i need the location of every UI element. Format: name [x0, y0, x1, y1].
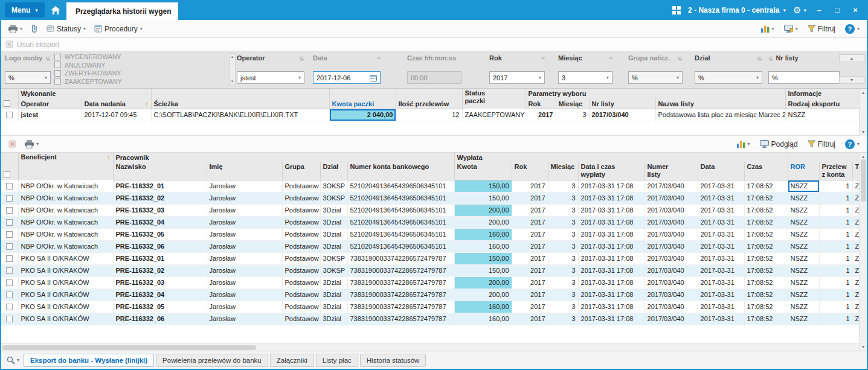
row-checkbox[interactable]: [6, 243, 13, 250]
row-checkbox[interactable]: [6, 112, 13, 118]
calendar-icon[interactable]: [370, 74, 377, 81]
attachments-button[interactable]: [27, 22, 42, 35]
select-all-checkbox[interactable]: [4, 100, 10, 107]
checkbox-icon[interactable]: [54, 54, 61, 60]
checkbox-icon[interactable]: [54, 78, 61, 85]
transfer-row[interactable]: PKO SA II O/KRAKÓWPRE-116332_01JarosławP…: [1, 252, 861, 264]
tab-eksport-do-banku[interactable]: Eksport do banku - Wysłane (linijki): [24, 354, 154, 367]
status-option-zaakceptowany[interactable]: ZAAKCEPTOWANY: [54, 78, 227, 85]
filter-collapse-up-button[interactable]: ▴: [839, 54, 864, 62]
hscrollbar-thumb[interactable]: [2, 345, 256, 350]
row-select-cell[interactable]: [1, 204, 18, 216]
row-checkbox[interactable]: [6, 183, 13, 190]
transfer-row[interactable]: NBP O/Okr. w KatowicachPRE-116332_05Jaro…: [1, 228, 861, 240]
print-button[interactable]: ▾: [5, 23, 26, 35]
transfer-row[interactable]: NBP O/Okr. w KatowicachPRE-116332_02Jaro…: [1, 192, 861, 204]
row-checkbox[interactable]: [6, 195, 13, 202]
chevron-up-icon[interactable]: ▴: [231, 54, 234, 59]
home-button[interactable]: [45, 0, 66, 20]
podglad-button[interactable]: Podgląd: [756, 138, 802, 150]
col-nr-listy[interactable]: Nr listy: [589, 98, 655, 109]
help-button-2[interactable]: ? ▾: [841, 138, 863, 151]
transfers-table-hscrollbar[interactable]: [1, 343, 859, 351]
row-checkbox[interactable]: [6, 231, 13, 238]
row-checkbox[interactable]: [6, 292, 13, 298]
row-select-cell[interactable]: [1, 180, 18, 192]
col-ror[interactable]: ROR: [788, 162, 819, 180]
col-nazwisko[interactable]: Nazwisko: [113, 162, 207, 180]
select-all-checkbox[interactable]: [4, 171, 10, 178]
print-transfers-button[interactable]: ▾: [21, 138, 42, 150]
row-checkbox[interactable]: [6, 207, 13, 214]
col-imie[interactable]: Imię: [207, 162, 282, 180]
rok-select[interactable]: 2017 ▾: [489, 71, 545, 84]
menu-button[interactable]: Menu ▾: [5, 2, 45, 18]
col-status-paczki[interactable]: Status paczki: [462, 89, 526, 109]
row-select-cell[interactable]: [1, 240, 18, 252]
row-select-cell[interactable]: [1, 252, 18, 264]
col-nazwa-listy[interactable]: Nazwa listy: [655, 98, 785, 109]
row-checkbox[interactable]: [6, 279, 13, 286]
usun-eksport-button[interactable]: Usuń eksport: [17, 40, 60, 49]
transfer-row[interactable]: PKO SA II O/KRAKÓWPRE-116332_03JarosławP…: [1, 276, 861, 289]
col-data-nadania[interactable]: Data nadania↑: [82, 98, 151, 109]
apps-grid-icon[interactable]: [672, 6, 681, 14]
checkbox-icon[interactable]: [54, 62, 61, 68]
tab-powielenia-przelewow[interactable]: Powielenia przelewów do banku: [156, 354, 268, 367]
zoom-button[interactable]: ▾: [4, 355, 22, 366]
transfer-row[interactable]: PKO SA II O/KRAKÓWPRE-116332_02JarosławP…: [1, 264, 861, 276]
operator-select[interactable]: jstest ▾: [237, 71, 304, 84]
checklist-scrollbar[interactable]: ▴ ▾: [229, 53, 236, 85]
chart-button[interactable]: ▾: [757, 23, 778, 34]
help-button[interactable]: ? ▾: [841, 22, 863, 36]
col-numer-listy[interactable]: Numer listy: [645, 162, 698, 180]
transfer-row[interactable]: PKO SA II O/KRAKÓWPRE-116332_04JarosławP…: [1, 289, 861, 301]
status-option-wygenerowany[interactable]: WYGENEROWANY: [54, 53, 227, 60]
row-select-cell[interactable]: [1, 313, 18, 325]
col-ilosc-przelewow[interactable]: Ilość przelewów: [396, 98, 462, 109]
filter-collapse-down-button[interactable]: ▾: [839, 76, 864, 84]
row-checkbox[interactable]: [6, 219, 13, 226]
tab-przegladarka-historii[interactable]: Przeglądarka historii wygen: [66, 2, 178, 20]
maximize-button[interactable]: □: [832, 5, 843, 14]
col-grupa[interactable]: Grupa: [282, 162, 320, 180]
company-selector[interactable]: 2 - Nasza firma 0 - centrala ▾: [688, 6, 786, 14]
scrollbar-thumb[interactable]: [861, 159, 866, 202]
logo-osoby-select[interactable]: % ▾: [5, 71, 51, 84]
cell-kwota-paczki[interactable]: 2 040,00: [329, 109, 396, 121]
view-settings-button[interactable]: ▾: [780, 23, 802, 34]
delete-row-button[interactable]: [5, 138, 20, 150]
dzial-select[interactable]: % ▾: [695, 71, 762, 84]
export-row[interactable]: jstest 2017-12-07 09:45 C:\SOFTLAB\PACZK…: [1, 109, 861, 121]
nr-listy-input[interactable]: %: [768, 71, 840, 84]
filtruj-button-2[interactable]: Filtruj: [804, 138, 839, 150]
transfer-row[interactable]: NBP O/Okr. w KatowicachPRE-116332_06Jaro…: [1, 240, 861, 252]
row-checkbox[interactable]: [6, 267, 13, 274]
col-data-czas-wyplaty[interactable]: Data i czas wypłaty: [578, 162, 645, 180]
row-select-cell[interactable]: [1, 228, 18, 240]
col-rok[interactable]: Rok: [512, 162, 548, 180]
tab-listy-plac[interactable]: Listy płac: [316, 354, 358, 367]
export-table-scrollbar[interactable]: ▴ ▾: [859, 89, 867, 136]
transfer-row[interactable]: NBP O/Okr. w KatowicachPRE-116332_04Jaro…: [1, 216, 861, 228]
row-select-cell[interactable]: [1, 276, 18, 289]
row-select-cell[interactable]: [1, 192, 18, 204]
col-sciezka[interactable]: Ścieżka: [151, 98, 329, 109]
minimize-button[interactable]: –: [814, 5, 825, 14]
chevron-up-icon[interactable]: ▴: [862, 154, 864, 159]
checkbox-icon[interactable]: [54, 70, 61, 77]
transfer-row[interactable]: NBP O/Okr. w KatowicachPRE-116332_03Jaro…: [1, 204, 861, 216]
col-przelew-z-konta[interactable]: Przelew z konta: [819, 162, 852, 180]
col-czas[interactable]: Czas: [744, 162, 788, 180]
chevron-down-icon[interactable]: ▾: [231, 79, 234, 84]
statusy-button[interactable]: Statusy ▾: [43, 23, 89, 35]
col-numer-konta[interactable]: Numer konta bankowego: [347, 162, 454, 180]
row-select-cell[interactable]: [1, 264, 18, 276]
tab-zalaczniki[interactable]: Załączniki: [270, 354, 314, 367]
col-rok[interactable]: Rok: [526, 98, 556, 109]
procedury-button[interactable]: Procedury ▾: [91, 23, 146, 35]
row-select-cell[interactable]: [1, 289, 18, 301]
col-rodzaj-eksportu[interactable]: Rodzaj eksportu: [785, 98, 861, 109]
filtruj-button[interactable]: Filtruj: [804, 23, 839, 35]
row-select-cell[interactable]: [1, 216, 18, 228]
